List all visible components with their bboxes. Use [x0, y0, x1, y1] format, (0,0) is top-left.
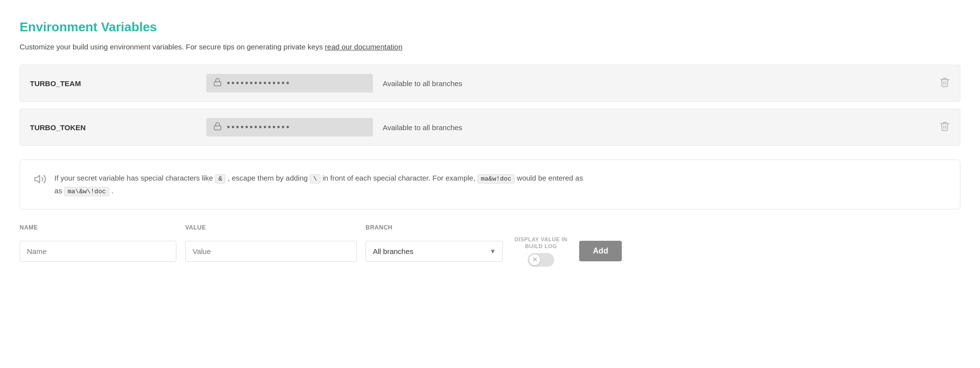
lock-icon	[213, 78, 222, 89]
delete-env-var-button[interactable]	[939, 121, 950, 134]
name-input[interactable]	[20, 241, 176, 262]
env-var-row: TURBO_TOKEN •••••••••••••• Available to …	[20, 109, 960, 146]
megaphone-icon	[34, 173, 47, 191]
env-var-dots: ••••••••••••••	[227, 78, 291, 89]
toggle-knob: ✕	[529, 254, 540, 265]
code-example-escaped: ma\&w\!doc	[64, 187, 109, 196]
form-inputs: All branchesmaindevelopstaging ▼ DISPLAY…	[20, 236, 960, 267]
svg-rect-0	[214, 82, 221, 86]
code-backslash: \	[310, 174, 320, 184]
lock-icon	[213, 122, 222, 133]
svg-marker-2	[35, 175, 40, 183]
page-title: Environment Variables	[20, 20, 960, 35]
env-var-branch: Available to all branches	[383, 123, 939, 132]
env-var-row: TURBO_TEAM •••••••••••••• Available to a…	[20, 65, 960, 102]
branch-select[interactable]: All branchesmaindevelopstaging	[366, 241, 503, 262]
code-ampersand: &	[215, 174, 226, 184]
branch-select-wrapper: All branchesmaindevelopstaging ▼	[366, 241, 503, 262]
page-subtitle: Customize your build using environment v…	[20, 43, 960, 51]
info-box: If your secret variable has special char…	[20, 160, 960, 209]
info-text: If your secret variable has special char…	[54, 172, 583, 197]
label-value: VALUE	[185, 224, 357, 231]
documentation-link[interactable]: read our documentation	[325, 43, 402, 51]
add-button[interactable]: Add	[579, 241, 622, 261]
env-var-value: ••••••••••••••	[206, 74, 373, 92]
delete-env-var-button[interactable]	[939, 77, 950, 90]
label-branch: BRANCH	[366, 224, 503, 231]
env-vars-list: TURBO_TEAM •••••••••••••• Available to a…	[20, 65, 960, 146]
add-env-var-form: NAME VALUE BRANCH All branchesmaindevelo…	[20, 224, 960, 267]
code-example-plain: ma&w!doc	[477, 174, 514, 184]
display-value-toggle[interactable]: ✕	[528, 253, 554, 267]
env-var-name: TURBO_TOKEN	[30, 123, 206, 132]
toggle-label: DISPLAY VALUE INBUILD LOG	[514, 236, 567, 250]
env-var-value: ••••••••••••••	[206, 118, 373, 137]
close-icon: ✕	[532, 256, 538, 263]
display-value-toggle-section: DISPLAY VALUE INBUILD LOG ✕	[514, 236, 567, 267]
value-input[interactable]	[185, 241, 357, 262]
form-labels: NAME VALUE BRANCH	[20, 224, 960, 231]
env-var-dots: ••••••••••••••	[227, 122, 291, 133]
svg-rect-1	[214, 126, 221, 130]
env-var-name: TURBO_TEAM	[30, 79, 206, 88]
env-var-branch: Available to all branches	[383, 79, 939, 88]
label-name: NAME	[20, 224, 176, 231]
